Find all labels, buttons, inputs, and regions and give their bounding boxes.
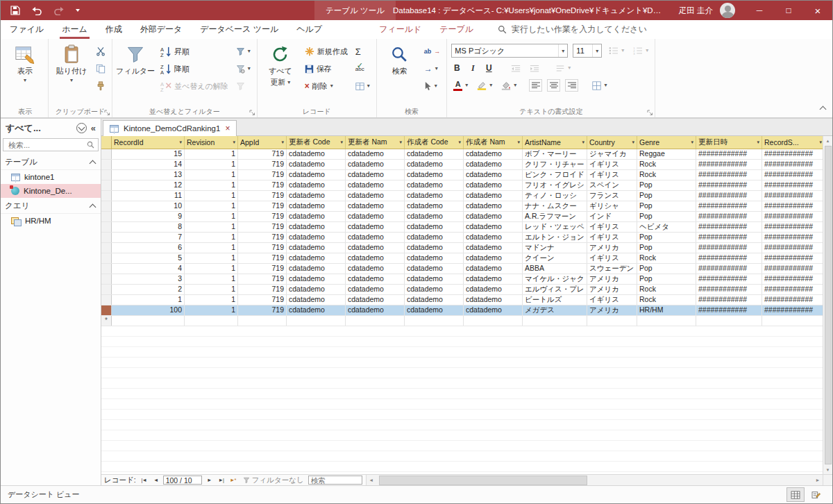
row-selector[interactable]: * bbox=[101, 316, 112, 326]
filter-status[interactable]: フィルターなし bbox=[243, 476, 304, 485]
table-cell[interactable]: cdatademo bbox=[346, 201, 405, 211]
table-cell[interactable] bbox=[346, 316, 405, 326]
table-cell[interactable]: cdatademo bbox=[405, 160, 464, 169]
nav-item[interactable]: HR/HM bbox=[1, 214, 101, 228]
column-dropdown-icon[interactable]: ▾ bbox=[457, 140, 461, 145]
table-cell[interactable]: ############ bbox=[762, 222, 823, 232]
replace-button[interactable]: ab→ bbox=[422, 44, 443, 58]
table-cell[interactable]: cdatademo bbox=[464, 222, 523, 232]
table-cell[interactable]: Pop bbox=[637, 191, 696, 201]
table-cell[interactable]: ############ bbox=[696, 243, 762, 253]
table-cell[interactable]: 1 bbox=[185, 285, 238, 294]
table-row[interactable]: 71719cdatademocdatademocdatademocdatadem… bbox=[101, 233, 823, 243]
table-cell[interactable]: ギリシャ bbox=[587, 201, 637, 211]
table-cell[interactable]: 15 bbox=[112, 149, 185, 159]
table-cell[interactable]: Pop bbox=[637, 180, 696, 190]
table-cell[interactable]: cdatademo bbox=[287, 285, 346, 294]
table-cell[interactable]: cdatademo bbox=[464, 295, 523, 305]
table-cell[interactable]: ############ bbox=[762, 191, 823, 201]
document-tab[interactable]: Kintone_DemoCdRanking1 × bbox=[103, 120, 237, 136]
find-button[interactable]: 検索 bbox=[381, 41, 419, 76]
table-cell[interactable]: Reggae bbox=[637, 149, 696, 159]
table-cell[interactable]: 13 bbox=[112, 170, 185, 180]
table-cell[interactable]: マドンナ bbox=[523, 243, 587, 253]
table-row[interactable]: 61719cdatademocdatademocdatademocdatadem… bbox=[101, 243, 823, 253]
table-cell[interactable]: cdatademo bbox=[287, 212, 346, 221]
row-selector[interactable] bbox=[101, 295, 112, 305]
table-cell[interactable]: cdatademo bbox=[405, 233, 464, 242]
table-cell[interactable]: cdatademo bbox=[405, 274, 464, 284]
table-cell[interactable]: ############ bbox=[762, 243, 823, 253]
table-cell[interactable]: cdatademo bbox=[405, 170, 464, 180]
table-cell[interactable]: ############ bbox=[762, 170, 823, 180]
nav-pane-menu-icon[interactable] bbox=[76, 123, 87, 133]
table-cell[interactable]: cdatademo bbox=[464, 285, 523, 294]
table-row[interactable]: 51719cdatademocdatademocdatademocdatadem… bbox=[101, 253, 823, 264]
new-record-button[interactable]: 新規作成 bbox=[303, 44, 350, 58]
table-cell[interactable]: 100 bbox=[112, 305, 185, 315]
horizontal-scrollbar-thumb[interactable] bbox=[379, 476, 587, 485]
table-cell[interactable]: Pop bbox=[637, 264, 696, 274]
table-cell[interactable]: cdatademo bbox=[346, 149, 405, 159]
table-row[interactable]: 121719cdatademocdatademocdatademocdatade… bbox=[101, 180, 823, 191]
table-cell[interactable]: 1 bbox=[185, 191, 238, 201]
select-button[interactable]: ▾ bbox=[422, 79, 443, 93]
table-row[interactable]: 101719cdatademocdatademocdatademocdatade… bbox=[101, 201, 823, 212]
table-row[interactable]: 31719cdatademocdatademocdatademocdatadem… bbox=[101, 274, 823, 285]
row-selector[interactable] bbox=[101, 264, 112, 274]
table-cell[interactable]: cdatademo bbox=[405, 222, 464, 232]
table-cell[interactable]: 1 bbox=[185, 170, 238, 180]
table-cell[interactable]: cdatademo bbox=[287, 222, 346, 232]
tab-home[interactable]: ホーム bbox=[53, 20, 96, 39]
record-position-box[interactable]: 100 / 10 bbox=[163, 476, 202, 485]
column-dropdown-icon[interactable]: ▾ bbox=[630, 140, 634, 145]
table-cell[interactable]: スペイン bbox=[587, 180, 637, 190]
table-cell[interactable]: cdatademo bbox=[287, 160, 346, 169]
table-cell[interactable]: cdatademo bbox=[287, 233, 346, 242]
table-cell[interactable]: cdatademo bbox=[464, 305, 523, 315]
column-dropdown-icon[interactable]: ▾ bbox=[339, 140, 343, 145]
table-row[interactable]: 11719cdatademocdatademocdatademocdatadem… bbox=[101, 295, 823, 305]
table-cell[interactable]: Rock bbox=[637, 160, 696, 169]
table-cell[interactable]: イギリス bbox=[587, 222, 637, 232]
table-cell[interactable]: cdatademo bbox=[287, 274, 346, 284]
table-cell[interactable]: cdatademo bbox=[405, 191, 464, 201]
table-cell[interactable]: 1 bbox=[185, 149, 238, 159]
table-cell[interactable]: cdatademo bbox=[346, 160, 405, 169]
row-selector[interactable] bbox=[101, 305, 112, 315]
row-selector[interactable] bbox=[101, 233, 112, 242]
table-cell[interactable]: ############ bbox=[696, 149, 762, 159]
row-selector[interactable] bbox=[101, 149, 112, 159]
table-cell[interactable]: 719 bbox=[238, 233, 287, 242]
row-selector[interactable] bbox=[101, 191, 112, 201]
table-cell[interactable]: 12 bbox=[112, 180, 185, 190]
table-cell[interactable]: ############ bbox=[696, 295, 762, 305]
table-cell[interactable]: Rock bbox=[637, 170, 696, 180]
table-cell[interactable]: ############ bbox=[762, 305, 823, 315]
table-cell[interactable]: マイケル・ジャク bbox=[523, 274, 587, 284]
goto-button[interactable]: →▾ bbox=[422, 62, 443, 76]
first-record-button[interactable]: |◄ bbox=[138, 476, 150, 485]
view-button[interactable]: 表示 ▾ bbox=[6, 41, 44, 83]
table-cell[interactable]: エルトン・ジョン bbox=[523, 233, 587, 242]
table-cell[interactable]: cdatademo bbox=[405, 149, 464, 159]
table-cell[interactable]: ############ bbox=[696, 233, 762, 242]
table-cell[interactable]: Rock bbox=[637, 253, 696, 263]
minimize-button[interactable]: ─ bbox=[745, 1, 774, 20]
last-record-button[interactable]: ►| bbox=[215, 476, 227, 485]
table-cell[interactable]: cdatademo bbox=[346, 191, 405, 201]
table-cell[interactable]: Pop bbox=[637, 243, 696, 253]
column-header[interactable]: ArtistName▾ bbox=[523, 136, 587, 149]
table-cell[interactable]: cdatademo bbox=[464, 243, 523, 253]
table-cell[interactable]: cdatademo bbox=[287, 180, 346, 190]
table-cell[interactable]: 719 bbox=[238, 212, 287, 221]
table-cell[interactable]: cdatademo bbox=[346, 212, 405, 221]
table-row[interactable]: 21719cdatademocdatademocdatademocdatadem… bbox=[101, 285, 823, 295]
table-cell[interactable]: cdatademo bbox=[346, 285, 405, 294]
table-cell[interactable]: 719 bbox=[238, 243, 287, 253]
table-cell[interactable]: A.R.ラフマーン bbox=[523, 212, 587, 221]
highlight-color-button[interactable]: ▾ bbox=[475, 78, 494, 92]
italic-button[interactable]: I bbox=[467, 63, 478, 74]
account-name[interactable]: 疋田 圭介 bbox=[679, 6, 713, 16]
table-cell[interactable]: イギリス bbox=[587, 170, 637, 180]
